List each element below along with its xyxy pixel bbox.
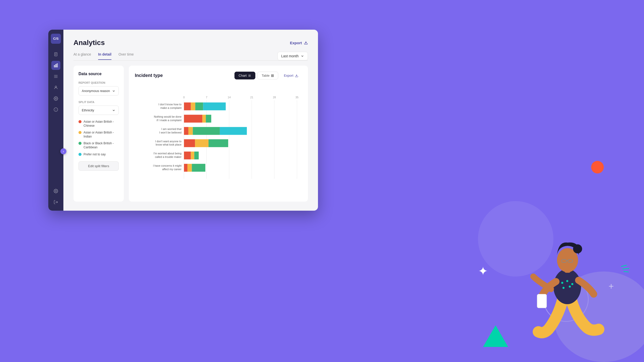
legend-dot — [78, 120, 82, 123]
chart-view-button[interactable]: Chart — [234, 72, 256, 79]
sidebar-item-user[interactable] — [51, 83, 60, 92]
sidebar-item-list[interactable] — [51, 72, 60, 81]
svg-text:I don't know how to: I don't know how to — [158, 103, 182, 106]
bar-segment — [184, 103, 191, 110]
chart-export-button[interactable]: Export — [280, 72, 302, 79]
svg-text:I won't be believed: I won't be believed — [159, 131, 182, 134]
svg-text:make a complaint: make a complaint — [160, 106, 181, 109]
legend-label: Prefer not to say — [84, 153, 106, 157]
tab-over-time[interactable]: Over time — [118, 52, 134, 60]
bar-segment — [192, 164, 206, 172]
svg-text:I am worried that: I am worried that — [162, 127, 182, 130]
data-source-panel: Data source Report question Anonymous re… — [73, 66, 124, 202]
chart-panel: Incident type Chart Table Export — [129, 66, 308, 202]
page-title: Analytics — [73, 39, 105, 47]
sidebar-item-document[interactable] — [51, 50, 60, 59]
sidebar-item-settings[interactable] — [51, 94, 60, 103]
edit-filters-button[interactable]: Edit split filters — [78, 161, 119, 171]
svg-rect-21 — [271, 74, 274, 77]
bar-segment — [193, 127, 220, 135]
svg-text:know what took place: know what took place — [156, 143, 182, 146]
tab-at-a-glance[interactable]: At a glance — [73, 52, 91, 60]
report-question-label: Report question — [78, 81, 119, 84]
app-container: C/S — [48, 30, 318, 211]
table-view-button[interactable]: Table — [257, 72, 278, 79]
bar-segment — [188, 127, 193, 135]
svg-text:14: 14 — [228, 96, 231, 99]
bar-segment — [184, 115, 202, 122]
chart-header: Incident type Chart Table Export — [135, 72, 302, 79]
bar-segment — [184, 164, 187, 172]
sidebar-item-analytics[interactable] — [51, 61, 60, 70]
svg-point-15 — [55, 191, 57, 192]
chart-title: Incident type — [135, 73, 163, 78]
report-question-select[interactable]: Anonymous reason — [78, 86, 119, 96]
bar-segment — [209, 139, 228, 147]
svg-text:called a trouble maker: called a trouble maker — [155, 155, 182, 158]
svg-text:I'm worried about being: I'm worried about being — [153, 152, 181, 155]
export-button[interactable]: Export — [290, 41, 308, 45]
svg-point-52 — [553, 269, 581, 304]
svg-point-64 — [573, 244, 582, 253]
bar-segment — [206, 115, 211, 122]
bar-segment — [194, 152, 199, 159]
bar-segment — [203, 103, 226, 110]
illustration — [498, 216, 644, 362]
sidebar-item-settings2[interactable] — [51, 187, 60, 196]
bar-segment — [184, 127, 188, 135]
bar-segment — [195, 103, 203, 110]
sidebar-bottom — [51, 187, 60, 207]
svg-point-53 — [561, 282, 563, 284]
legend-item: Black or Black British - Caribbean — [78, 142, 119, 149]
tabs-row: At a glance In detail Over time Last mon… — [73, 52, 308, 61]
main-header: Analytics Export — [73, 39, 308, 47]
svg-rect-6 — [57, 64, 58, 67]
svg-line-66 — [623, 268, 629, 269]
svg-text:affect my career: affect my career — [162, 168, 182, 171]
svg-text:7: 7 — [206, 96, 207, 99]
sidebar-nav — [51, 50, 60, 187]
bar-segment — [184, 152, 191, 159]
sidebar: C/S — [48, 30, 63, 211]
svg-text:0: 0 — [183, 96, 185, 99]
svg-line-67 — [624, 272, 628, 272]
legend-dot — [78, 131, 82, 134]
svg-point-54 — [566, 280, 568, 282]
split-data-label: Split data — [78, 101, 119, 104]
svg-point-60 — [557, 248, 578, 272]
bar-segment — [220, 127, 247, 135]
sidebar-expand-button[interactable]: › — [60, 148, 66, 154]
legend-item: Asian or Asian British - Indian — [78, 131, 119, 139]
sidebar-item-info[interactable] — [51, 105, 60, 114]
bar-segment — [187, 164, 192, 172]
svg-point-56 — [562, 287, 565, 289]
legend-label: Asian or Asian British - Indian — [84, 131, 119, 139]
main-content: Analytics Export At a glance In detail O… — [63, 30, 318, 211]
chart-controls: Chart Table Export — [234, 72, 302, 79]
svg-point-51 — [553, 272, 644, 362]
legend-label: Black or Black British - Caribbean — [84, 142, 119, 149]
chart-area: 0714212835I don't know how tomake a comp… — [135, 83, 302, 196]
legend-label: Asian or Asian British - Chinese — [84, 120, 119, 128]
bar-segment — [184, 139, 195, 147]
bar-segment — [203, 115, 206, 122]
svg-point-10 — [55, 86, 57, 87]
date-filter-dropdown[interactable]: Last month — [277, 52, 308, 60]
bar-segment — [191, 152, 194, 159]
svg-text:Nothing would be done: Nothing would be done — [154, 115, 182, 118]
legend-dot — [78, 142, 82, 145]
svg-rect-61 — [562, 259, 566, 262]
svg-rect-5 — [56, 64, 56, 67]
svg-rect-4 — [54, 65, 55, 67]
split-data-select[interactable]: Ethnicity — [78, 106, 119, 115]
svg-text:I have concerns it might: I have concerns it might — [153, 164, 181, 167]
bar-segment — [191, 103, 195, 110]
bar-segment — [195, 139, 209, 147]
app-logo: C/S — [51, 34, 61, 44]
data-source-title: Data source — [78, 72, 119, 76]
svg-text:35: 35 — [295, 96, 298, 99]
svg-point-57 — [569, 286, 571, 288]
svg-rect-58 — [537, 294, 547, 308]
tab-in-detail[interactable]: In detail — [98, 52, 111, 60]
sidebar-item-logout[interactable] — [51, 198, 60, 207]
